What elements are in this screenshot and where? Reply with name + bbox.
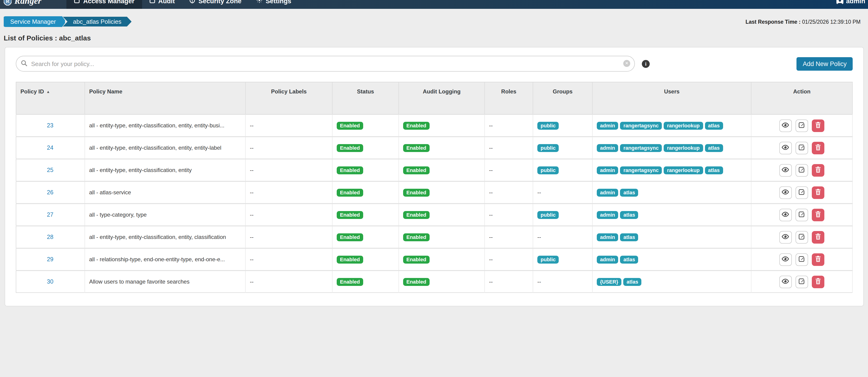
action-buttons [751,186,852,199]
policy-labels-cell: -- [245,226,332,248]
view-policy-button[interactable] [779,208,792,221]
edit-policy-button[interactable] [795,142,808,154]
nav-item-label: Audit [158,0,175,4]
policy-row-26: 26all - atlas-service--EnabledEnabled---… [16,181,852,204]
view-policy-button[interactable] [779,186,792,199]
delete-policy-button[interactable] [812,119,824,132]
eye-icon [782,211,789,219]
delete-policy-button[interactable] [812,208,824,221]
add-new-policy-button[interactable]: Add New Policy [797,57,853,70]
policy-row-28: 28all - entity-type, entity-classificati… [16,226,852,248]
view-policy-button[interactable] [779,142,792,154]
search-box: ✕ [16,56,635,71]
eye-icon [782,121,789,129]
edit-policy-button[interactable] [795,208,808,221]
view-policy-button[interactable] [779,119,792,132]
nav-item-settings[interactable]: Settings [249,0,299,9]
policy-id-link[interactable]: 29 [47,256,54,263]
user-badge: rangerlookup [664,166,703,174]
nav-item-access-manager[interactable]: Access Manager [66,0,142,9]
nav-item-security-zone[interactable]: Security Zone [182,0,249,9]
search-toolbar: ✕ i Add New Policy [16,56,853,71]
user-badge: rangertagsync [620,166,662,174]
trash-icon [815,210,821,219]
delete-policy-button[interactable] [812,276,824,288]
view-policy-button[interactable] [779,231,792,243]
edit-policy-button[interactable] [795,119,808,132]
nav-item-audit[interactable]: Audit [142,0,182,9]
column-header-audit-logging: Audit Logging [399,82,485,114]
delete-policy-button[interactable] [812,231,824,243]
action-buttons [751,208,852,221]
clear-search-icon[interactable]: ✕ [623,60,630,67]
column-header-groups: Groups [533,82,592,114]
eye-icon [782,166,789,174]
user-badge: rangertagsync [620,144,662,152]
policy-id-link[interactable]: 25 [47,167,54,173]
user-badge: admin [597,121,618,129]
info-icon[interactable]: i [642,60,650,68]
page-title: List of Policies : abc_atlas [4,34,864,42]
user-badge: atlas [620,233,638,241]
audit-logging-cell: Enabled [399,204,485,226]
groups-cell: public [533,204,592,226]
edit-policy-button[interactable] [795,231,808,243]
view-policy-button[interactable] [779,164,792,176]
users-cell: {USER}atlas [592,270,751,293]
policy-name-cell: all - type-category, type [85,204,245,226]
delete-policy-button[interactable] [812,164,824,176]
column-header-status: Status [332,82,399,114]
breadcrumb-current-page: abc_atlas Policies [63,17,132,27]
audit-logging-cell: Enabled [399,270,485,293]
policy-name-cell: all - relationship-type, end-one-entity-… [85,248,245,270]
policy-id-link[interactable]: 28 [47,234,54,240]
policy-id-link[interactable]: 30 [47,279,54,285]
policy-search-input[interactable] [16,56,635,71]
view-policy-button[interactable] [779,276,792,288]
ranger-policy-list-page: R Ranger Access ManagerAuditSecurity Zon… [0,0,868,377]
status-cell: Enabled [332,181,399,204]
delete-policy-button[interactable] [812,186,824,199]
ranger-logo[interactable]: R Ranger [0,0,48,6]
action-cell [751,226,852,248]
roles-cell: -- [485,204,533,226]
policy-row-25: 25all - entity-type, entity-classificati… [16,159,852,181]
policy-id-link[interactable]: 27 [47,211,54,218]
user-badge: admin [597,233,618,241]
edit-policy-button[interactable] [795,276,808,288]
edit-policy-button[interactable] [795,164,808,176]
status-enabled-badge: Enabled [337,278,363,286]
column-header-policy-id[interactable]: Policy ID▲ [16,82,85,114]
action-cell [751,270,852,293]
view-policy-button[interactable] [779,253,792,266]
edit-policy-button[interactable] [795,186,808,199]
delete-policy-button[interactable] [812,253,824,266]
policy-id-cell: 25 [16,159,85,181]
policy-table: Policy ID▲Policy NamePolicy LabelsStatus… [16,82,853,293]
policy-id-link[interactable]: 26 [47,189,54,196]
user-badge: {USER} [597,278,621,286]
action-buttons [751,276,852,288]
user-menu[interactable]: admin [836,0,868,4]
policy-id-link[interactable]: 23 [47,122,54,129]
action-cell [751,159,852,181]
delete-policy-button[interactable] [812,142,824,154]
users-cell: adminatlas [592,248,751,270]
edit-policy-button[interactable] [795,253,808,266]
user-badge: admin [597,256,618,263]
groups-cell: -- [533,226,592,248]
policy-labels-cell: -- [245,204,332,226]
action-buttons [751,164,852,176]
user-badge: admin [597,188,618,196]
breadcrumb-service-manager[interactable]: Service Manager [4,15,66,28]
last-response-value: 01/25/2026 12:39:10 PM [801,19,861,24]
user-badge: atlas [705,121,723,129]
policies-panel: ✕ i Add New Policy Policy ID▲Policy Name… [5,47,864,306]
policy-id-link[interactable]: 24 [47,145,54,151]
edit-icon [798,121,805,130]
action-cell [751,181,852,204]
policy-labels-cell: -- [245,248,332,270]
audit-logging-cell: Enabled [399,181,485,204]
roles-cell: -- [485,270,533,293]
user-badge: atlas [620,188,638,196]
